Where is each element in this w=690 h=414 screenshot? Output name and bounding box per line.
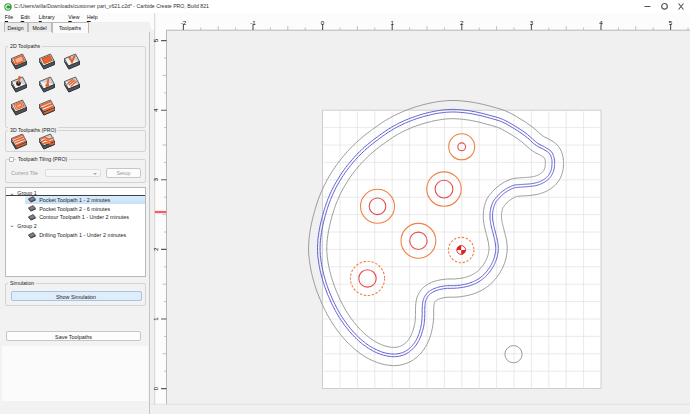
- svg-text:0: 0: [321, 19, 325, 26]
- svg-text:2: 2: [460, 19, 464, 26]
- svg-text:5: 5: [152, 38, 159, 42]
- svg-text:1: 1: [152, 317, 159, 321]
- svg-text:0: 0: [152, 386, 159, 390]
- svg-text:3: 3: [530, 19, 534, 26]
- svg-text:-2: -2: [181, 19, 187, 26]
- svg-text:-1: -1: [250, 19, 256, 26]
- svg-text:4: 4: [599, 19, 603, 26]
- svg-text:4: 4: [152, 108, 159, 112]
- svg-text:1: 1: [390, 19, 394, 26]
- svg-text:3: 3: [152, 178, 159, 182]
- svg-text:5: 5: [669, 19, 673, 26]
- svg-text:2: 2: [152, 247, 159, 251]
